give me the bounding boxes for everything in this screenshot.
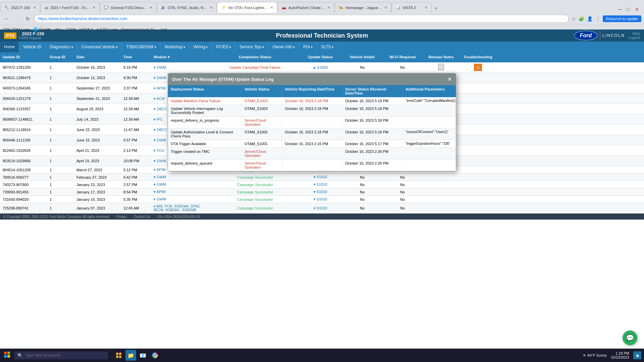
modal-cell-vehicle-status: OTAM_S1002 [242,128,282,140]
modal-cell-report-dt [282,117,342,128]
cell-group-id: 1 [47,181,74,188]
reload-button[interactable]: ↻ [24,15,32,22]
nav-owner-info[interactable]: Owner Info ▾ [268,42,299,52]
taskbar-app-outlook[interactable]: 📧 [138,350,148,361]
nav-vehicle-id[interactable]: Vehicle ID [19,42,46,52]
bookmark-elead[interactable]: eLEAD Login [96,27,118,32]
profile-button[interactable]: 👤 [587,16,593,21]
menu-button[interactable]: ⋮ [595,16,600,21]
taskbar-app-explorer[interactable] [113,350,124,361]
cell-group-id: 1 [47,137,74,143]
cell-wifi: No [382,181,423,188]
forward-button[interactable]: → [13,15,21,22]
tab-close[interactable]: ✕ [93,6,95,9]
tab-favicon: ⚡ [221,5,226,10]
back-button[interactable]: ← [3,15,11,22]
tab-ford-f150[interactable]: 🏎 2021+ Ford F150 - Ford F... ✕ [40,2,100,13]
nav-diagnostics[interactable]: Diagnostics ▾ [46,42,77,52]
nav-workshop[interactable]: Workshop ▾ [161,42,190,52]
bookmark-espn[interactable]: ESPN [66,27,76,32]
privacy-link[interactable]: Privacy [116,215,127,219]
fdrs-support[interactable]: FDRS Support [19,36,44,40]
nav-slts[interactable]: SLTS ▾ [317,42,338,52]
cell-date: July 14, 2023 [74,116,121,123]
modal-col-server-status: Server Status Received Date/Time [342,85,403,97]
modal-cell-deploy: Update Vehicle Interrogator Log Successf… [168,105,242,116]
cell-release-notes[interactable] [423,62,460,72]
tab-jaguar[interactable]: 🐆 Homepage - Jaguar Land... ✕ [334,2,391,13]
cell-troubleshooting[interactable]: ⚠ [460,62,496,72]
bookmark-button[interactable]: ☆ [572,16,576,21]
notification-area[interactable]: ▣ [633,351,641,359]
close-button[interactable]: ✕ [633,6,641,13]
new-tab-button[interactable]: + [432,4,440,13]
troubleshoot-icon[interactable]: ⚠ [474,64,482,71]
tab-ota-sync[interactable]: 🔊 OTA, SYNC, Audio, Nav, Fi... ✕ [157,2,217,13]
tab-close[interactable]: ✕ [425,6,427,9]
cell-update-id: 739093-901455 [0,189,47,195]
logout-link[interactable]: Logout [629,36,640,40]
tab-close[interactable]: ✕ [210,6,213,9]
modal-close-button[interactable]: ✕ [447,76,452,82]
cell-update-id: 936529-1251279 [0,95,47,102]
tab-general-discussion[interactable]: 💬 General F150 Discussion ✕ [100,2,157,13]
modal-cell-report-dt: October 16, 2023 2:18 PM [282,128,342,140]
cell-module: ▾ GWM [151,181,211,188]
cell-troubleshooting [460,198,496,201]
modal-cell-deploy: Update Authorization Level & Consent Che… [168,128,242,140]
minimize-button[interactable]: ─ [616,6,623,13]
maximize-button[interactable]: □ [625,6,631,13]
cell-date: October 16, 2023 [74,64,121,71]
nav-tsb[interactable]: TSB/GSB/SSM ▾ [122,42,160,52]
nav-service-tips[interactable]: Service Tips ▾ [235,42,268,52]
svg-rect-1 [7,352,10,354]
help-link[interactable]: Help [632,32,640,36]
taskbar-app-file-explorer[interactable]: 📁 [125,350,136,361]
extensions-button[interactable]: 🧩 [579,16,584,21]
cell-update-status: ▾ S1010 [299,181,342,188]
taskbar-app-chrome[interactable] [150,350,160,361]
tab-close[interactable]: ✕ [327,6,330,9]
col-time: Time [121,54,151,61]
modal-row: Update Vehicle Interrogator Log Successf… [168,105,456,117]
cell-wifi: No [382,64,423,71]
nav-wiring[interactable]: Wiring ▾ [190,42,212,52]
cell-group-id: 1 [47,205,74,212]
tab-close[interactable]: ✕ [270,6,273,9]
bookmark-ebay[interactable]: eBay [54,27,63,32]
tab-close[interactable]: ✕ [33,6,36,9]
modal-row: Update Authorization Level & Consent Che… [168,128,456,140]
bookmark-cdk[interactable]: CDK CRM Login [3,27,30,32]
cell-time: 3:37 PM [121,85,151,92]
cell-group-id: 1 [47,64,74,71]
tab-autoipacket[interactable]: 🚗 AutoiPacket | Dealer Port... ✕ [277,2,334,13]
tab-2022-f150[interactable]: 🔧 2022 F-150 ✕ [0,2,40,13]
nav-connected-vehicle[interactable]: Connected Vehicle ▾ [77,42,122,52]
tab-vista2[interactable]: 📊 VISTA 2 ✕ [391,2,432,13]
relaunch-button[interactable]: Relaunch to update [603,15,641,22]
cell-release-notes [423,198,460,201]
nav-pdi[interactable]: PDI ▾ [299,42,317,52]
nav-pced[interactable]: PC/ED ▾ [212,42,235,52]
cell-time: 5:35 PM [121,196,151,203]
bookmark-registered[interactable]: Registered Users Si... [121,27,157,32]
address-input[interactable] [34,15,569,23]
tab-close[interactable]: ✕ [150,6,152,9]
col-module[interactable]: Module ▾ [151,54,211,61]
bookmark-vista2[interactable]: VISTA 2 [79,27,93,32]
search-input[interactable] [25,353,92,358]
tab-vin-ota[interactable]: ⚡ Vin OTA | Ford Lightning ... ✕ [217,2,277,13]
bookmark-roof[interactable]: roof [160,27,167,32]
contact-link[interactable]: Contact Us [133,215,150,219]
release-doc-icon[interactable] [438,64,444,70]
chat-button[interactable]: 💬 [623,330,637,345]
modal-title: Over The Air Manager (OTAM) Update Statu… [172,77,274,82]
cell-time: 12:38 AM [121,95,151,102]
cell-module: ▾ GWM [151,64,211,71]
tab-close[interactable]: ✕ [384,6,387,9]
taskbar-search-bar[interactable]: 🔍 [14,352,108,359]
nav-home[interactable]: Home [0,42,19,52]
cell-update-id: 780516-958277 [0,174,47,181]
start-button[interactable] [3,350,11,361]
cell-time: 5:12 PM [121,167,151,173]
